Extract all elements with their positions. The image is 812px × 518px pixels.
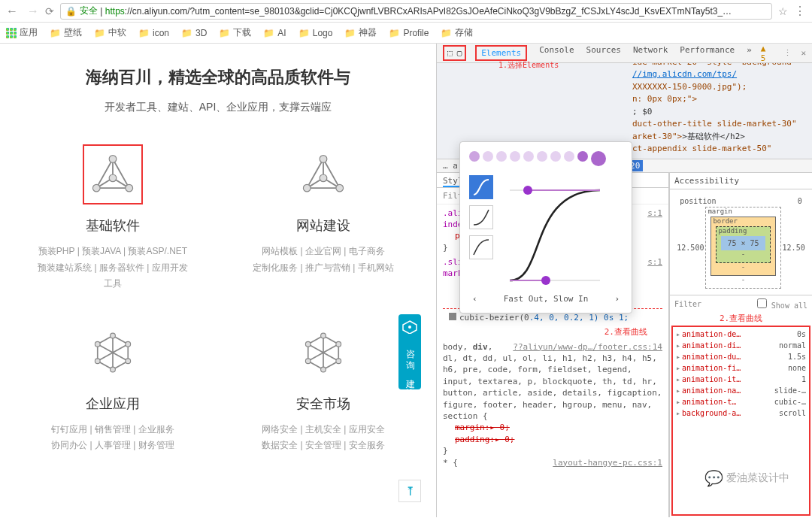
feedback-button[interactable]: 咨 询 · 建 议 xyxy=(398,314,421,389)
devtools-close-icon[interactable]: ✕ xyxy=(801,48,806,58)
tab-accessibility[interactable]: Accessibility xyxy=(674,176,739,186)
apps-label: 应用 xyxy=(20,26,38,39)
warning-count[interactable]: ▲ 5 xyxy=(761,44,775,63)
svg-point-29 xyxy=(336,341,341,347)
product-tags: 预装PHP | 预装JAVA | 预装ASP/.NET 预装建站系统 | 服务器… xyxy=(38,244,188,292)
element-line: XXXXXXX-150-9000.jpg"); xyxy=(632,81,806,94)
bezier-prev-icon[interactable]: ‹ xyxy=(472,294,477,304)
svg-point-18 xyxy=(111,333,116,338)
svg-point-4 xyxy=(92,184,100,192)
tab-performance[interactable]: Performance xyxy=(680,45,735,61)
bookmark-folder[interactable]: 📁下载 xyxy=(219,26,251,39)
tab-network[interactable]: Network xyxy=(633,45,668,61)
svg-point-30 xyxy=(336,359,341,364)
page-title: 海纳百川，精选全球的高品质软件与 xyxy=(30,66,406,89)
element-line: n: 0px 0px;"> xyxy=(632,93,806,106)
box-model[interactable]: position 0 12.500 margin border padding … xyxy=(677,195,804,289)
devtools-header: ⬚ ▢ Elements Console Sources Network Per… xyxy=(437,44,812,63)
url-scheme: https xyxy=(105,6,125,17)
browser-menu-icon[interactable]: ⋮ xyxy=(794,4,806,18)
svg-point-19 xyxy=(126,341,131,347)
svg-point-32 xyxy=(305,359,311,364)
bookmark-folder[interactable]: 📁Profile xyxy=(389,28,429,38)
bookmark-folder[interactable]: 📁3D xyxy=(181,28,207,38)
svg-point-22 xyxy=(95,359,100,364)
element-line: duct-other-title slide-market-30" xyxy=(632,118,806,131)
folder-icon: 📁 xyxy=(50,28,61,38)
computed-row[interactable]: ▸animation-fi…none xyxy=(676,362,806,374)
bookmark-folder[interactable]: 📁存储 xyxy=(441,26,473,39)
product-card[interactable]: 基础软件 预装PHP | 预装JAVA | 预装ASP/.NET 预装建站系统 … xyxy=(38,144,188,292)
back-button[interactable]: ← xyxy=(6,5,18,18)
svg-point-35 xyxy=(408,326,411,329)
page-content: 海纳百川，精选全球的高品质软件与 开发者工具、建站、API、企业应用，支撑云端应… xyxy=(0,44,436,517)
bezier-curve-canvas[interactable] xyxy=(502,175,607,288)
bezier-preset-in[interactable] xyxy=(469,205,493,229)
product-icon xyxy=(83,144,143,204)
tab-elements[interactable]: Elements xyxy=(475,45,527,61)
tabs-more[interactable]: » xyxy=(747,45,752,61)
apps-button[interactable]: 应用 xyxy=(6,26,38,39)
folder-icon: 📁 xyxy=(138,28,150,38)
folder-icon: 📁 xyxy=(441,28,452,38)
computed-row[interactable]: ▸animation-de…0s xyxy=(676,329,806,340)
annotation-1: 1.选择Elements xyxy=(498,60,559,71)
url-text: ://cn.aliyun.com/?utm_content=se_980103&… xyxy=(125,6,732,17)
reload-button[interactable]: ⟳ xyxy=(45,5,54,17)
tab-sources[interactable]: Sources xyxy=(586,45,621,61)
main-area: 海纳百川，精选全球的高品质软件与 开发者工具、建站、API、企业应用，支撑云端应… xyxy=(0,44,812,517)
svg-point-21 xyxy=(111,367,116,372)
element-line: //img.alicdn.com/tps/ xyxy=(632,68,806,81)
folder-icon: 📁 xyxy=(181,28,192,38)
bookmark-folder[interactable]: 📁AI xyxy=(263,28,286,38)
page-subtitle: 开发者工具、建站、API、企业应用，支撑云端应 xyxy=(30,101,406,114)
wechat-icon: 💬 xyxy=(704,469,723,487)
devtools-body: style="visibility: visible;"> ▼ <div cla… xyxy=(437,63,812,517)
element-line: ct-appendix slide-market-50" xyxy=(632,143,806,156)
product-card[interactable]: 企业应用 钉钉应用 | 销售管理 | 企业服务 协同办公 | 人事管理 | 财务… xyxy=(38,323,188,454)
svg-point-20 xyxy=(126,359,131,364)
svg-point-40 xyxy=(541,276,550,285)
svg-point-10 xyxy=(320,156,327,163)
filter-input[interactable]: Filter xyxy=(674,300,701,308)
computed-row[interactable]: ▸animation-du…1.5s xyxy=(676,351,806,362)
scroll-top-button[interactable]: ⤒ xyxy=(398,480,421,502)
bookmark-folder[interactable]: 📁中软 xyxy=(94,26,126,39)
svg-point-28 xyxy=(321,333,326,338)
show-all-checkbox[interactable]: Show all xyxy=(757,298,807,310)
bezier-swatch-icon[interactable] xyxy=(449,313,456,320)
product-tags: 网络安全 | 主机安全 | 应用安全 数据安全 | 安全管理 | 安全服务 xyxy=(248,422,398,454)
tab-console[interactable]: Console xyxy=(539,45,574,61)
product-card[interactable]: 安全市场 网络安全 | 主机安全 | 应用安全 数据安全 | 安全管理 | 安全… xyxy=(248,323,398,454)
bookmark-star-icon[interactable]: ☆ xyxy=(778,5,788,17)
computed-row[interactable]: ▸animation-di…normal xyxy=(676,340,806,351)
folder-icon: 📁 xyxy=(263,28,274,38)
computed-row[interactable]: ▸background-a…scroll xyxy=(676,407,806,419)
computed-panel: Accessibility position 0 12.500 margin b… xyxy=(669,173,812,518)
bezier-preset-out[interactable] xyxy=(469,235,493,259)
svg-point-13 xyxy=(320,174,327,182)
bezier-next-icon[interactable]: › xyxy=(614,294,620,304)
url-bar[interactable]: 🔒 安全 | https://cn.aliyun.com/?utm_conten… xyxy=(60,3,772,20)
computed-row[interactable]: ▸animation-na…slide-… xyxy=(676,385,806,396)
svg-point-33 xyxy=(305,341,311,347)
bezier-editor[interactable]: ‹ Fast Out, Slow In › xyxy=(459,141,632,314)
computed-row[interactable]: ▸animation-t…cubic-… xyxy=(676,396,806,407)
bookmark-bar: 应用 📁壁纸 📁中软 📁icon 📁3D 📁下载 📁AI 📁Logo 📁神器 📁… xyxy=(0,23,812,44)
product-card[interactable]: 网站建设 网站模板 | 企业官网 | 电子商务 定制化服务 | 推广与营销 | … xyxy=(248,144,398,292)
computed-tabs: Accessibility xyxy=(670,173,812,189)
bookmark-folder[interactable]: 📁壁纸 xyxy=(50,26,82,39)
bookmark-folder[interactable]: 📁icon xyxy=(138,28,169,38)
computed-row[interactable]: ▸animation-it…1 xyxy=(676,374,806,385)
bezier-preset-ease[interactable] xyxy=(469,175,493,199)
devtools-tabs: Elements Console Sources Network Perform… xyxy=(475,45,752,61)
nav-arrows: ← → xyxy=(6,5,39,18)
product-name: 网站建设 xyxy=(248,217,398,235)
forward-button[interactable]: → xyxy=(27,5,39,18)
svg-point-12 xyxy=(336,184,344,192)
element-picker[interactable]: ⬚ ▢ xyxy=(443,45,466,61)
bookmark-folder[interactable]: 📁神器 xyxy=(344,26,377,39)
browser-toolbar: ← → ⟳ 🔒 安全 | https://cn.aliyun.com/?utm_… xyxy=(0,0,812,23)
devtools-menu-icon[interactable]: ⋮ xyxy=(783,48,792,58)
bookmark-folder[interactable]: 📁Logo xyxy=(298,28,333,38)
